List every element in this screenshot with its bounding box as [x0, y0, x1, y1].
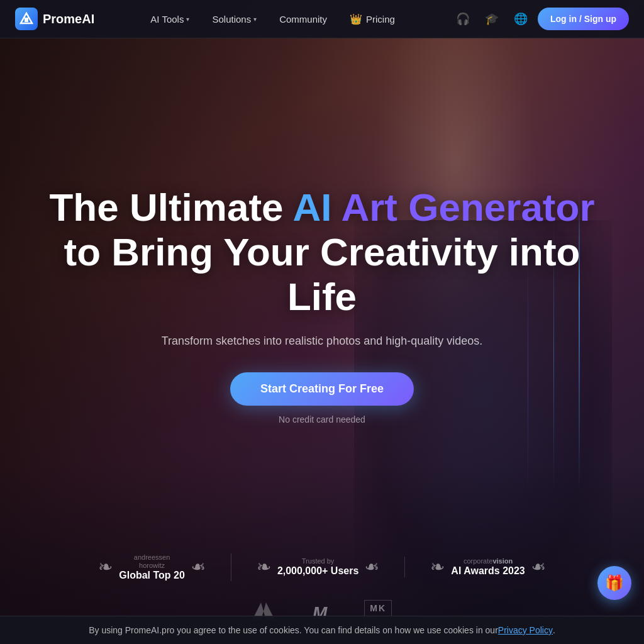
education-button[interactable]: 🎓 [480, 7, 504, 31]
language-button[interactable]: 🌐 [509, 7, 533, 31]
nav-solutions[interactable]: Solutions ▾ [202, 9, 267, 30]
award-item-users: ❧ Trusted by 2,000,000+ Users ❧ [231, 557, 405, 577]
laurel-right-icon: ❧ [191, 557, 206, 577]
hero-subtitle: Transform sketches into realistic photos… [162, 332, 483, 350]
logo-icon [15, 8, 38, 30]
nav-links: AI Tools ▾ Solutions ▾ Community 👑 Prici… [140, 8, 405, 30]
chevron-down-icon: ▾ [186, 16, 189, 23]
award-text-awards: AI Awards 2023 [451, 565, 525, 577]
title-prefix: The Ultimate [49, 186, 292, 229]
laurel-left-icon: ❧ [430, 557, 445, 577]
cookie-end: . [553, 625, 555, 635]
privacy-policy-link[interactable]: Privacy Policy [498, 625, 553, 635]
headset-icon: 🎧 [456, 12, 470, 26]
title-ai: AI [292, 186, 331, 229]
nav-ai-tools[interactable]: AI Tools ▾ [140, 9, 199, 30]
headset-button[interactable]: 🎧 [451, 7, 475, 31]
cta-button[interactable]: Start Creating For Free [230, 372, 414, 406]
award-item-andreessen: ❧ andreessenhorowitz Global Top 20 ❧ [73, 553, 231, 581]
award-content: Trusted by 2,000,000+ Users [277, 557, 358, 577]
award-logo-trusted: Trusted by [277, 557, 358, 565]
floating-gift-button[interactable]: 🎁 [597, 566, 631, 600]
gift-icon: 🎁 [605, 574, 624, 592]
cookie-bar: By using PromeAI.pro you agree to the us… [0, 616, 644, 644]
award-wrap: ❧ andreessenhorowitz Global Top 20 ❧ [98, 553, 206, 581]
award-wrap: ❧ Trusted by 2,000,000+ Users ❧ [257, 557, 379, 577]
award-content: corporatevision AI Awards 2023 [451, 557, 525, 577]
chevron-down-icon: ▾ [253, 16, 257, 23]
laurel-left-icon: ❧ [98, 557, 113, 577]
award-text-users: 2,000,000+ Users [277, 565, 358, 577]
award-content: andreessenhorowitz Global Top 20 [119, 553, 185, 581]
svg-rect-1 [25, 18, 28, 22]
award-item-corporate: ❧ corporatevision AI Awards 2023 ❧ [405, 557, 570, 577]
awards-strip: ❧ andreessenhorowitz Global Top 20 ❧ ❧ T… [0, 553, 644, 581]
no-credit-text: No credit card needed [279, 414, 365, 425]
graduation-icon: 🎓 [485, 12, 499, 26]
hero-section: The Ultimate AI Art Generatorto Bring Yo… [0, 0, 644, 644]
title-art-generator: Art Generator [341, 186, 594, 229]
nav-pricing[interactable]: 👑 Pricing [340, 8, 405, 30]
award-logo-andreessen: andreessenhorowitz [119, 553, 185, 570]
title-space [331, 186, 341, 229]
nav-community[interactable]: Community [269, 9, 337, 30]
hero-title: The Ultimate AI Art Generatorto Bring Yo… [25, 185, 619, 319]
laurel-right-icon: ❧ [365, 557, 379, 577]
hero-content: The Ultimate AI Art Generatorto Bring Yo… [0, 185, 644, 460]
logo-text: PromeAI [43, 12, 94, 26]
nav-icons: 🎧 🎓 🌐 Log in / Sign up [451, 7, 629, 31]
title-suffix: to Bring Your Creativity into Life [64, 230, 580, 318]
navbar: PromeAI AI Tools ▾ Solutions ▾ Community… [0, 0, 644, 38]
laurel-right-icon: ❧ [531, 557, 546, 577]
login-button[interactable]: Log in / Sign up [538, 8, 629, 30]
award-text-global: Global Top 20 [119, 570, 185, 581]
award-wrap: ❧ corporatevision AI Awards 2023 ❧ [430, 557, 545, 577]
crown-icon: 👑 [350, 13, 362, 25]
laurel-left-icon: ❧ [257, 557, 271, 577]
award-logo-corporate: corporatevision [451, 557, 525, 565]
cookie-text: By using PromeAI.pro you agree to the us… [89, 625, 498, 635]
logo[interactable]: PromeAI [15, 8, 94, 30]
globe-icon: 🌐 [514, 12, 528, 26]
